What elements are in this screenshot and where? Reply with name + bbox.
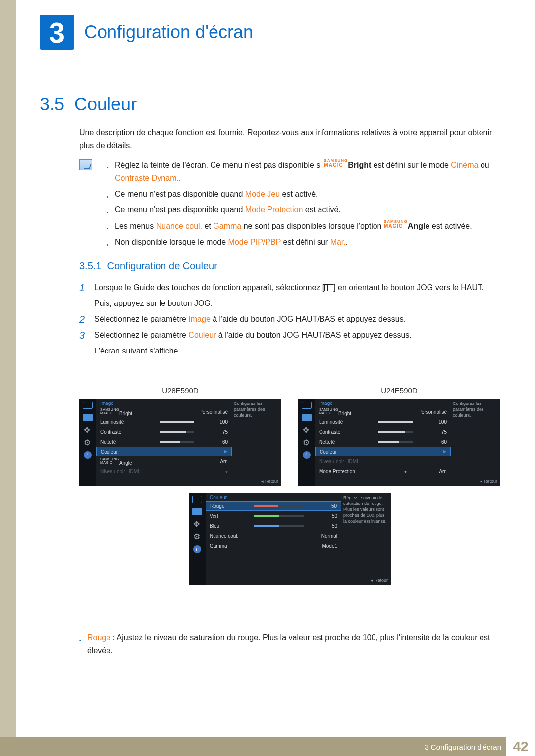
page-number: 42 [513,739,528,755]
model-label-right: U24E590D [298,386,500,395]
menu-icon [324,284,333,291]
osd-screenshots: U28E590D Image SAMSUNGMAGICBrightPersonn… [79,386,500,585]
note-item: Ce menu n'est pas disponible quand Mode … [107,188,500,201]
pip-icon [83,414,93,421]
page-footer: 3 Configuration d'écran 42 [0,737,535,756]
note-item: Non disponible lorsque le mode Mode PIP/… [107,236,500,249]
info-icon [303,451,311,459]
osd-side-icons [79,399,96,486]
footer-page-wrap: 42 [506,737,535,756]
osd-panel-u24: Image SAMSUNGMAGICBrightPersonnalisé Lum… [298,399,500,486]
note-block: Réglez la teinte de l'écran. Ce menu n'e… [79,158,500,252]
note-item: Réglez la teinte de l'écran. Ce menu n'e… [107,158,500,185]
subsection-heading: 3.5.1Configuration de Couleur [79,260,217,272]
model-label-left: U28E590D [79,386,281,395]
section-heading: 3.5Couleur [40,94,137,115]
note-list: Réglez la teinte de l'écran. Ce menu n'e… [107,158,500,252]
pip-icon [192,508,202,515]
arrows-icon [83,426,93,434]
osd-panel-u28: Image SAMSUNGMAGICBrightPersonnalisé Lum… [79,399,281,486]
arrows-icon [302,426,312,434]
osd-description: Configurez les paramètres des couleurs. [234,401,279,418]
note-icon [79,159,92,170]
section-number: 3.5 [40,94,64,114]
monitor-icon [192,496,202,503]
section-intro: Une description de chaque fonction est f… [79,126,500,152]
post-notes: Rouge : Ajustez le niveau de saturation … [79,631,500,657]
gear-icon [83,439,93,446]
steps-list: 1 Lorsque le Guide des touches de foncti… [79,281,500,360]
chapter-number-badge: 3 [40,15,74,50]
step-3: 3 Sélectionnez le paramètre Couleur à l'… [79,329,500,357]
monitor-icon [302,402,312,409]
info-icon [84,451,92,459]
post-note-item: Rouge : Ajustez le niveau de saturation … [79,631,500,657]
step-1: 1 Lorsque le Guide des touches de foncti… [79,281,500,310]
page-sidebar [0,0,16,737]
chapter-header: 3 Configuration d'écran [40,15,505,50]
chapter-title: Configuration d'écran [84,22,253,43]
osd-header: Image [96,399,232,407]
samsung-magic-icon: SAMSUNGMAGIC [324,158,348,167]
gear-icon [302,439,312,446]
osd-side-icons [189,493,206,585]
samsung-magic-icon: SAMSUNGMAGIC [384,219,408,228]
arrow-right-icon [224,450,227,454]
osd-panel-couleur: Couleur Rouge50 Vert50 Bleu50 Nuance cou… [189,493,391,585]
arrows-icon [192,520,202,528]
info-icon [193,545,201,553]
step-2: 2 Sélectionnez le paramètre Image à l'ai… [79,313,500,326]
osd-side-icons [298,399,315,486]
arrow-right-icon [443,450,446,454]
note-item: Ce menu n'est pas disponible quand Mode … [107,203,500,216]
footer-chapter: 3 Configuration d'écran [425,743,501,751]
osd-footer: ◂ Retour [261,479,278,484]
pip-icon [302,414,312,421]
monitor-icon [83,402,93,409]
gear-icon [192,533,202,540]
section-title: Couleur [74,94,137,114]
note-item: Les menus Nuance coul. et Gamma ne sont … [107,219,500,233]
